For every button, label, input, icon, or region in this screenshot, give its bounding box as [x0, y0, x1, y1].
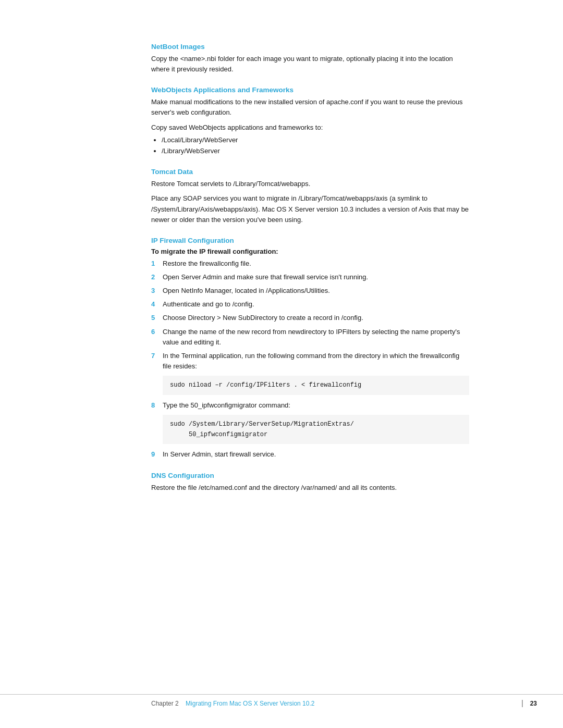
section-netboot-images: NetBoot Images Copy the <name>.nbi folde… [151, 43, 469, 75]
section-webobjects: WebObjects Applications and Frameworks M… [151, 86, 469, 156]
footer-chapter-link: Migrating From Mac OS X Server Version 1… [186, 700, 314, 707]
step-6: 6 Change the name of the new record from… [151, 327, 469, 348]
netboot-images-para: Copy the <name>.nbi folder for each imag… [151, 54, 469, 75]
dns-config-para: Restore the file /etc/named.conf and the… [151, 483, 469, 493]
netboot-images-heading: NetBoot Images [151, 43, 469, 51]
webobjects-para-2: Copy saved WebObjects applications and f… [151, 122, 469, 133]
dns-config-heading: DNS Configuration [151, 472, 469, 479]
step-5: 5 Choose Directory > New SubDirectory to… [151, 313, 469, 323]
webobjects-bullet-list: /Local/Library/WebServer /Library/WebSer… [162, 135, 469, 157]
ip-firewall-steps: 1 Restore the firewallconfig file. 2 Ope… [151, 258, 469, 372]
ip-firewall-steps-end: 9 In Server Admin, start firewall servic… [151, 449, 469, 460]
section-ip-firewall: IP Firewall Configuration To migrate the… [151, 237, 469, 460]
page: NetBoot Images Copy the <name>.nbi folde… [0, 0, 563, 728]
footer-chapter-label: Chapter 2 [151, 700, 179, 707]
section-tomcat-data: Tomcat Data Restore Tomcat servlets to /… [151, 168, 469, 225]
section-dns-config: DNS Configuration Restore the file /etc/… [151, 472, 469, 493]
webobjects-para-1: Make manual modifications to the new ins… [151, 97, 469, 118]
code-block-step-7: sudo niload –r /config/IPFilters . < fir… [163, 376, 469, 394]
footer-chapter-info: Chapter 2 Migrating From Mac OS X Server… [151, 700, 314, 707]
step-4: 4 Authenticate and go to /config. [151, 299, 469, 310]
step-9: 9 In Server Admin, start firewall servic… [151, 449, 469, 460]
step-1: 1 Restore the firewallconfig file. [151, 258, 469, 269]
tomcat-data-para-2: Place any SOAP services you want to migr… [151, 193, 469, 225]
step-3: 3 Open NetInfo Manager, located in /Appl… [151, 286, 469, 296]
tomcat-data-para-1: Restore Tomcat servlets to /Library/Tomc… [151, 179, 469, 189]
footer-page-number: 23 [522, 700, 537, 707]
webobjects-heading: WebObjects Applications and Frameworks [151, 86, 469, 94]
step-7: 7 In the Terminal application, run the f… [151, 351, 469, 372]
code-block-step-8: sudo /System/Library/ServerSetup/Migrati… [163, 415, 469, 445]
page-footer: Chapter 2 Migrating From Mac OS X Server… [0, 694, 563, 707]
ip-firewall-heading: IP Firewall Configuration [151, 237, 469, 244]
step-8: 8 Type the 50_ipfwconfigmigrator command… [151, 400, 469, 411]
ip-firewall-subheading: To migrate the IP firewall configuration… [151, 248, 469, 255]
bullet-item-2: /Library/WebServer [162, 146, 469, 157]
ip-firewall-steps-cont: 8 Type the 50_ipfwconfigmigrator command… [151, 400, 469, 411]
tomcat-data-heading: Tomcat Data [151, 168, 469, 176]
bullet-item-1: /Local/Library/WebServer [162, 135, 469, 146]
step-2: 2 Open Server Admin and make sure that f… [151, 272, 469, 282]
